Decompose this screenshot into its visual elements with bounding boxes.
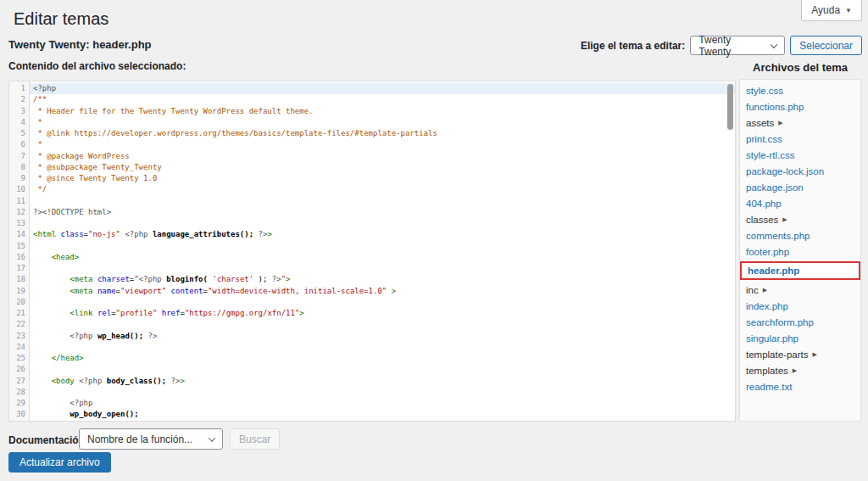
sidebar-item-assets[interactable]: assets▶ <box>740 115 860 131</box>
file-link: print.css <box>746 134 782 144</box>
code-line: 25 </head> <box>9 353 735 364</box>
code-line-text: <?php <box>30 398 735 409</box>
folder-label: templates <box>746 366 788 376</box>
line-number: 20 <box>9 297 30 308</box>
code-line-text: wp_body_open(); <box>30 409 735 420</box>
sidebar-item-searchform-php[interactable]: searchform.php <box>740 314 860 330</box>
code-line: 4 * <box>9 117 735 128</box>
sidebar-item-package-lock-json[interactable]: package-lock.json <box>740 163 860 179</box>
line-number: 22 <box>9 319 30 330</box>
documentation-label: Documentación: <box>8 434 88 446</box>
code-line: 18 <meta charset="<?php bloginfo( 'chars… <box>9 274 735 285</box>
documentation-select[interactable]: Nombre de la función... <box>79 428 223 450</box>
code-line: 23 <?php wp_head(); ?> <box>9 331 735 342</box>
file-link: style-rtl.css <box>746 150 795 160</box>
code-line: 1<?php <box>9 83 735 94</box>
line-number: 31 <box>9 421 30 422</box>
sidebar-item-404-php[interactable]: 404.php <box>740 195 860 211</box>
editor-scrollbar-thumb[interactable] <box>727 84 733 130</box>
code-line: 27 <body <?php body_class(); ?>> <box>9 376 735 387</box>
code-line: 10 */ <box>9 184 735 195</box>
code-line-text: <link rel="profile" href="https://gmpg.o… <box>30 308 735 319</box>
chevron-down-icon <box>209 434 215 441</box>
code-line: 26 <box>9 364 735 375</box>
theme-select-label: Elige el tema a editar: <box>581 40 685 52</box>
line-number: 2 <box>9 94 30 105</box>
file-link: functions.php <box>746 102 804 112</box>
code-line-text: * Header file for the Twenty Twenty Word… <box>30 106 735 117</box>
line-number: 7 <box>9 151 30 162</box>
code-line-text: * @link https://developer.wordpress.org/… <box>30 128 735 139</box>
code-line: 2/** <box>9 94 735 105</box>
line-number: 9 <box>9 173 30 184</box>
current-file-heading: Twenty Twenty: header.php <box>8 38 152 51</box>
sidebar-item-template-parts[interactable]: template-parts▶ <box>740 346 860 362</box>
line-number: 6 <box>9 139 30 150</box>
code-line-text: <meta name="viewport" content="width=dev… <box>30 286 735 297</box>
line-number: 10 <box>9 184 30 195</box>
sidebar-item-header-php[interactable]: header.php <box>740 261 860 280</box>
code-line: 28 <box>9 387 735 398</box>
code-line: 7 * @package WordPress <box>9 151 735 162</box>
sidebar-item-index-php[interactable]: index.php <box>740 298 860 314</box>
code-line: 11 <box>9 196 735 207</box>
file-link: searchform.php <box>746 317 814 327</box>
code-editor[interactable]: 1<?php2/**3 * Header file for the Twenty… <box>8 81 736 422</box>
sidebar-item-inc[interactable]: inc▶ <box>740 282 860 298</box>
code-line-text <box>30 342 735 353</box>
sidebar-item-style-css[interactable]: style.css <box>740 82 860 98</box>
file-link: package-lock.json <box>746 166 824 176</box>
code-line-text <box>30 218 735 229</box>
select-theme-button[interactable]: Seleccionar <box>790 36 862 55</box>
file-link: readme.txt <box>746 382 792 392</box>
sidebar-item-package-json[interactable]: package.json <box>740 179 860 195</box>
sidebar-item-functions-php[interactable]: functions.php <box>740 98 860 115</box>
line-number: 27 <box>9 376 30 387</box>
folder-expand-icon: ▶ <box>763 287 767 294</box>
search-docs-button[interactable]: Buscar <box>230 428 280 450</box>
folder-label: inc <box>746 285 759 295</box>
chevron-down-icon: ▼ <box>845 7 852 14</box>
line-number: 26 <box>9 364 30 375</box>
line-number: 3 <box>9 106 30 117</box>
sidebar-item-singular-php[interactable]: singular.php <box>740 330 860 346</box>
code-line-text: ?> <box>30 421 735 422</box>
code-line: 8 * @subpackage Twenty_Twenty <box>9 162 735 173</box>
code-line: 3 * Header file for the Twenty Twenty Wo… <box>9 106 735 117</box>
code-line-text <box>30 196 735 207</box>
code-line-text: * <box>30 117 735 128</box>
sidebar-item-templates[interactable]: templates▶ <box>740 362 860 378</box>
code-line: 9 * @since Twenty Twenty 1.0 <box>9 173 735 184</box>
sidebar-item-print-css[interactable]: print.css <box>740 131 860 147</box>
line-number: 28 <box>9 387 30 398</box>
code-line-text <box>30 263 735 274</box>
theme-files-list: style.cssfunctions.phpassets▶print.cssst… <box>739 79 861 422</box>
sidebar-item-classes[interactable]: classes▶ <box>740 211 860 227</box>
line-number: 29 <box>9 398 30 409</box>
sidebar-item-readme-txt[interactable]: readme.txt <box>740 378 860 394</box>
file-link: package.json <box>746 182 804 193</box>
code-line: 30 wp_body_open(); <box>9 409 735 420</box>
code-line-text <box>30 319 735 330</box>
sidebar-item-comments-php[interactable]: comments.php <box>740 227 860 243</box>
update-file-button[interactable]: Actualizar archivo <box>8 452 111 473</box>
file-link: footer.php <box>746 247 789 257</box>
help-button[interactable]: Ayuda ▼ <box>801 0 862 21</box>
code-line-text: <body <?php body_class(); ?>> <box>30 376 735 387</box>
folder-expand-icon: ▶ <box>778 120 782 126</box>
theme-select[interactable]: Twenty Twenty <box>690 36 785 55</box>
line-number: 14 <box>9 229 30 240</box>
sidebar-item-footer-php[interactable]: footer.php <box>740 243 860 260</box>
line-number: 18 <box>9 274 30 285</box>
code-line: 31 ?> <box>9 421 735 422</box>
line-number: 21 <box>9 308 30 319</box>
code-line-text <box>30 297 735 308</box>
code-line-text: <?php wp_head(); ?> <box>30 331 735 342</box>
line-number: 8 <box>9 162 30 173</box>
code-line: 21 <link rel="profile" href="https://gmp… <box>9 308 735 319</box>
code-line-text: * <box>30 139 735 150</box>
code-line: 6 * <box>9 139 735 150</box>
code-line: 17 <box>9 263 735 274</box>
sidebar-item-style-rtl-css[interactable]: style-rtl.css <box>740 147 860 163</box>
code-line-text <box>30 241 735 252</box>
